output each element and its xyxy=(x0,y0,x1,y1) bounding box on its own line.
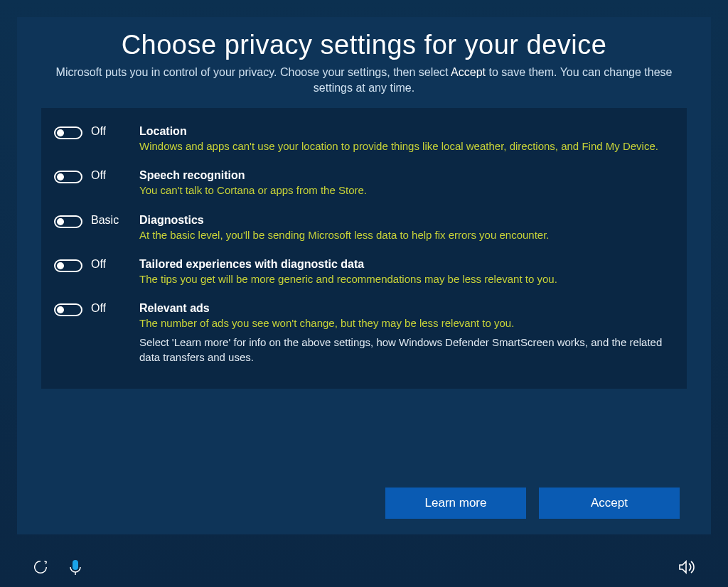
toggle-state-label: Off xyxy=(91,302,139,315)
setting-title: Relevant ads xyxy=(139,302,674,315)
action-buttons: Learn more Accept xyxy=(385,488,680,519)
setting-description: At the basic level, you'll be sending Mi… xyxy=(139,228,674,242)
setting-title: Speech recognition xyxy=(139,169,674,182)
toggle-state-label: Off xyxy=(91,169,139,182)
toggle-diagnostics[interactable] xyxy=(54,215,82,228)
setting-tailored-experiences: Off Tailored experiences with diagnostic… xyxy=(54,251,674,295)
setting-description: The tips you get will be more generic an… xyxy=(139,272,674,286)
volume-icon[interactable] xyxy=(678,559,695,575)
taskbar xyxy=(0,547,728,587)
setting-description: Windows and apps can't use your location… xyxy=(139,139,674,154)
toggle-speech-recognition[interactable] xyxy=(54,171,82,183)
setting-diagnostics: Basic Diagnostics At the basic level, yo… xyxy=(54,207,674,251)
oobe-screen: Choose privacy settings for your device … xyxy=(0,0,728,587)
toggle-relevant-ads[interactable] xyxy=(54,303,82,316)
setting-speech-recognition: Off Speech recognition You can't talk to… xyxy=(54,162,674,206)
setting-location: Off Location Windows and apps can't use … xyxy=(54,118,674,162)
toggle-state-label: Basic xyxy=(91,214,139,227)
settings-list: Off Location Windows and apps can't use … xyxy=(41,108,687,389)
ease-of-access-icon[interactable] xyxy=(33,559,48,575)
toggle-location[interactable] xyxy=(54,126,82,139)
settings-footnote: Select 'Learn more' for info on the abov… xyxy=(139,335,674,365)
accept-button[interactable]: Accept xyxy=(539,488,680,519)
page-title: Choose privacy settings for your device xyxy=(37,30,691,60)
svg-rect-0 xyxy=(73,560,78,570)
page-subtitle: Microsoft puts you in control of your pr… xyxy=(51,65,677,95)
toggle-state-label: Off xyxy=(91,258,139,271)
setting-title: Location xyxy=(139,125,674,138)
toggle-state-label: Off xyxy=(91,125,139,138)
cortana-mic-icon[interactable] xyxy=(68,559,82,576)
setting-title: Tailored experiences with diagnostic dat… xyxy=(139,258,674,271)
privacy-panel: Choose privacy settings for your device … xyxy=(17,17,711,534)
subtitle-accept-word: Accept xyxy=(451,66,486,78)
setting-description: The number of ads you see won't change, … xyxy=(139,316,674,330)
setting-description: You can't talk to Cortana or apps from t… xyxy=(139,183,674,198)
subtitle-before: Microsoft puts you in control of your pr… xyxy=(56,66,451,78)
toggle-tailored-experiences[interactable] xyxy=(54,259,82,272)
setting-title: Diagnostics xyxy=(139,214,674,227)
setting-relevant-ads: Off Relevant ads The number of ads you s… xyxy=(54,295,674,373)
learn-more-button[interactable]: Learn more xyxy=(385,488,526,519)
